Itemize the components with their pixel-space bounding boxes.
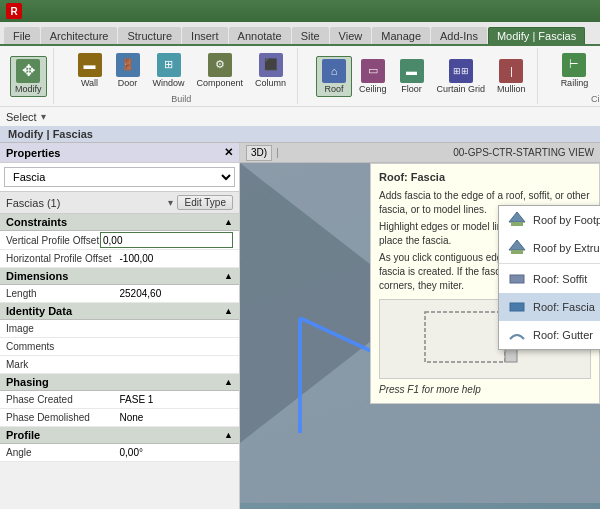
tab-architecture[interactable]: Architecture <box>41 27 118 44</box>
build-label-1: Build <box>171 94 191 104</box>
svg-rect-13 <box>425 312 505 362</box>
identity-data-header[interactable]: Identity Data ▲ <box>0 303 239 320</box>
wall-label: Wall <box>81 78 98 88</box>
length-label: Length <box>6 288 120 299</box>
modify-fascias-label: Modify | Fascias <box>8 128 93 140</box>
tab-addins[interactable]: Add-Ins <box>431 27 487 44</box>
floor-button[interactable]: ▬ Floor <box>394 56 430 97</box>
floor-label: Floor <box>401 84 422 94</box>
edit-type-button[interactable]: Edit Type <box>177 195 233 210</box>
phase-demolished-label: Phase Demolished <box>6 412 120 423</box>
roof-fascia-label: Roof: Fascia <box>533 301 595 313</box>
tab-site[interactable]: Site <box>292 27 329 44</box>
property-type-select[interactable]: Fascia <box>4 167 235 187</box>
door-label: Door <box>118 78 138 88</box>
roof-footprint-icon <box>507 210 527 230</box>
phasing-header[interactable]: Phasing ▲ <box>0 374 239 391</box>
tab-annotate[interactable]: Annotate <box>229 27 291 44</box>
angle-value: 0,00° <box>120 447 234 458</box>
curtain-grid-icon: ⊞⊞ <box>449 59 473 83</box>
phase-demolished-row: Phase Demolished None <box>0 409 239 427</box>
phase-created-value: FASE 1 <box>120 394 234 405</box>
roof-gutter-icon <box>507 325 527 345</box>
tab-insert[interactable]: Insert <box>182 27 228 44</box>
ribbon-group-build2: ⌂ Roof ▭ Ceiling ▬ Floor ⊞⊞ Curtain Grid… <box>310 48 538 104</box>
roof-by-footprint-item[interactable]: Roof by Footprint <box>499 206 600 234</box>
svg-rect-8 <box>511 222 523 226</box>
roof-by-footprint-label: Roof by Footprint <box>533 214 600 226</box>
roof-soffit-label: Roof: Soffit <box>533 273 587 285</box>
component-button[interactable]: ⚙ Component <box>192 50 249 91</box>
roof-fascia-item[interactable]: Roof: Fascia <box>499 293 600 321</box>
door-button[interactable]: 🚪 Door <box>110 50 146 91</box>
tab-view[interactable]: View <box>330 27 372 44</box>
modify-fascias-bar: Modify | Fascias <box>0 126 600 143</box>
viewport-header: 3D) | 00-GPS-CTR-STARTING VIEW <box>240 143 600 163</box>
phasing-label: Phasing <box>6 376 49 388</box>
roof-soffit-icon <box>507 269 527 289</box>
component-label: Component <box>197 78 244 88</box>
select-label: Select <box>6 111 37 123</box>
vertical-profile-input[interactable] <box>100 232 233 248</box>
roof-gutter-item[interactable]: Roof: Gutter <box>499 321 600 349</box>
3d-view-button[interactable]: 3D) <box>246 145 272 161</box>
ribbon-group-modify: ✥ Modify <box>4 48 54 104</box>
view-name: 00-GPS-CTR-STARTING VIEW <box>453 147 594 158</box>
ribbon-group-circulation: ⊢ Railing ◿ Ramp ≡ Stair Circulation <box>550 48 600 104</box>
constraints-label: Constraints <box>6 216 67 228</box>
horizontal-profile-label: Horizontal Profile Offset <box>6 253 120 264</box>
svg-marker-7 <box>509 212 525 222</box>
phase-created-label: Phase Created <box>6 394 120 405</box>
dimensions-label: Dimensions <box>6 270 68 282</box>
curtain-grid-button[interactable]: ⊞⊞ Curtain Grid <box>432 56 491 97</box>
fascias-dropdown-icon[interactable]: ▾ <box>168 197 173 208</box>
ramp-button[interactable]: ◿ Ramp <box>595 50 600 91</box>
angle-row: Angle 0,00° <box>0 444 239 462</box>
constraints-header[interactable]: Constraints ▲ <box>0 214 239 231</box>
tab-file[interactable]: File <box>4 27 40 44</box>
properties-close-icon[interactable]: ✕ <box>224 146 233 159</box>
mark-row: Mark <box>0 356 239 374</box>
curtain-grid-label: Curtain Grid <box>437 84 486 94</box>
phasing-arrow-icon: ▲ <box>224 377 233 387</box>
select-row: Select ▾ <box>0 106 600 126</box>
column-button[interactable]: ⬛ Column <box>250 50 291 91</box>
roof-button[interactable]: ⌂ Roof <box>316 56 352 97</box>
floor-icon: ▬ <box>400 59 424 83</box>
app-logo: R <box>6 3 22 19</box>
select-dropdown-indicator: ▾ <box>41 111 46 122</box>
modify-button[interactable]: ✥ Modify <box>10 56 47 97</box>
ceiling-button[interactable]: ▭ Ceiling <box>354 56 392 97</box>
ribbon-content: ✥ Modify ▬ Wall 🚪 Door ⊞ Window ⚙ Compon… <box>0 44 600 106</box>
svg-rect-11 <box>510 275 524 283</box>
door-icon: 🚪 <box>116 53 140 77</box>
profile-header[interactable]: Profile ▲ <box>0 427 239 444</box>
dimensions-header[interactable]: Dimensions ▲ <box>0 268 239 285</box>
fascias-row: Fascias (1) ▾ Edit Type <box>0 192 239 214</box>
railing-label: Railing <box>561 78 589 88</box>
circulation-label: Circulation <box>591 94 600 104</box>
ribbon-tabs: File Architecture Structure Insert Annot… <box>0 22 600 44</box>
modify-label: Modify <box>15 84 42 94</box>
phase-demolished-value: None <box>120 412 234 423</box>
tab-manage[interactable]: Manage <box>372 27 430 44</box>
tab-modify-fascias[interactable]: Modify | Fascias <box>488 27 585 44</box>
window-label: Window <box>153 78 185 88</box>
roof-by-extrusion-item[interactable]: Roof by Extrusion <box>499 234 600 262</box>
roof-soffit-item[interactable]: Roof: Soffit <box>499 265 600 293</box>
identity-data-label: Identity Data <box>6 305 72 317</box>
railing-button[interactable]: ⊢ Railing <box>556 50 594 91</box>
window-button[interactable]: ⊞ Window <box>148 50 190 91</box>
mark-label: Mark <box>6 359 120 370</box>
mullion-button[interactable]: | Mullion <box>492 56 531 97</box>
dimensions-arrow-icon: ▲ <box>224 271 233 281</box>
wall-icon: ▬ <box>78 53 102 77</box>
vertical-profile-label: Vertical Profile Offset <box>6 235 100 246</box>
wall-button[interactable]: ▬ Wall <box>72 50 108 91</box>
roof-icon: ⌂ <box>322 59 346 83</box>
tab-structure[interactable]: Structure <box>118 27 181 44</box>
title-bar: R <box>0 0 600 22</box>
main-area: Properties ✕ Fascia Fascias (1) ▾ Edit T… <box>0 143 600 509</box>
profile-label: Profile <box>6 429 40 441</box>
profile-arrow-icon: ▲ <box>224 430 233 440</box>
